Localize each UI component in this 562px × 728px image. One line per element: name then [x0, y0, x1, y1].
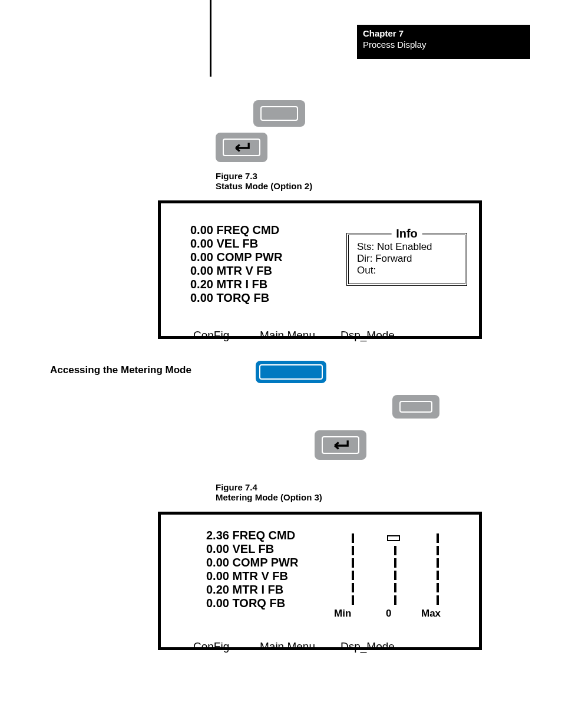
figure-7-3-label: Figure 7.3 Status Mode (Option 2) — [216, 171, 312, 191]
param-row: 0.00 COMP PWR — [206, 556, 298, 569]
figure-caption: Status Mode (Option 2) — [216, 181, 312, 191]
blank-button-icon — [392, 395, 439, 419]
softkey-dspmode[interactable]: Dsp_Mode — [340, 329, 395, 342]
enter-key-icon — [216, 133, 267, 162]
info-status: Sts: Not Enabled — [357, 241, 457, 253]
figure-caption: Metering Mode (Option 3) — [216, 492, 322, 502]
softkey-config[interactable]: ConFig — [193, 329, 229, 342]
info-output: Out: — [357, 265, 457, 276]
param-row: 0.20 MTR I FB — [206, 583, 298, 597]
param-row: 0.00 MTR V FB — [190, 264, 282, 278]
axis-zero: 0 — [386, 608, 391, 620]
figure-number: Figure 7.4 — [216, 482, 322, 492]
axis-min: Min — [334, 608, 351, 620]
info-direction: Dir: Forward — [357, 253, 457, 265]
param-row: 2.36 FREQ CMD — [206, 529, 298, 542]
param-row: 0.00 TORQ FB — [206, 597, 298, 610]
softkey-dspmode[interactable]: Dsp_Mode — [340, 640, 395, 653]
param-row: 0.00 MTR V FB — [206, 569, 298, 583]
figure-7-4-label: Figure 7.4 Metering Mode (Option 3) — [216, 482, 322, 502]
param-row: 0.00 COMP PWR — [190, 251, 282, 264]
enter-arrow-icon — [326, 439, 354, 452]
status-mode-screen: 0.00 FREQ CMD 0.00 VEL FB 0.00 COMP PWR … — [158, 200, 482, 339]
axis-max: Max — [421, 608, 441, 620]
enter-arrow-icon — [227, 141, 255, 154]
section-heading: Accessing the Metering Mode — [50, 364, 191, 376]
param-list: 2.36 FREQ CMD 0.00 VEL FB 0.00 COMP PWR … — [206, 529, 298, 610]
softkey-mainmenu[interactable]: Main Menu — [260, 329, 315, 342]
divider — [210, 0, 211, 77]
info-legend: Info — [391, 227, 422, 241]
blank-button-icon — [253, 100, 305, 127]
param-row: 0.00 VEL FB — [206, 542, 298, 556]
info-panel: Info Sts: Not Enabled Dir: Forward Out: — [346, 233, 467, 286]
param-row: 0.00 VEL FB — [190, 237, 282, 251]
param-list: 0.00 FREQ CMD 0.00 VEL FB 0.00 COMP PWR … — [190, 223, 282, 305]
param-row: 0.20 MTR I FB — [190, 278, 282, 291]
param-row: 0.00 FREQ CMD — [190, 223, 282, 237]
param-row: 0.00 TORQ FB — [190, 291, 282, 305]
enter-key-icon — [315, 430, 366, 460]
figure-number: Figure 7.3 — [216, 171, 312, 181]
metering-mode-screen: 2.36 FREQ CMD 0.00 VEL FB 0.00 COMP PWR … — [158, 512, 482, 650]
chapter-header: Chapter 7 Process Display — [357, 25, 530, 59]
meter-bars — [346, 532, 458, 607]
function-key-icon — [256, 361, 326, 383]
softkey-config[interactable]: ConFig — [193, 640, 229, 653]
chapter-title: Process Display — [363, 39, 524, 50]
chapter-number: Chapter 7 — [363, 28, 524, 38]
softkey-mainmenu[interactable]: Main Menu — [260, 640, 315, 653]
